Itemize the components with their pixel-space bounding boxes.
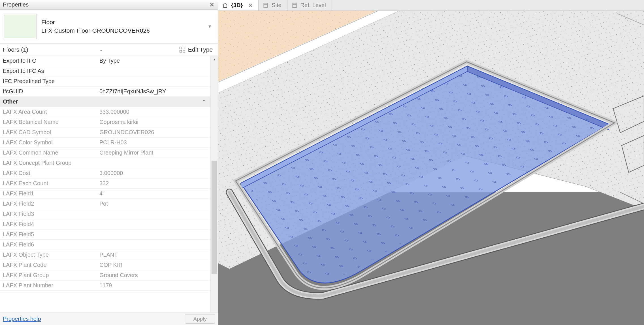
properties-titlebar[interactable]: Properties ✕: [0, 0, 218, 10]
property-value[interactable]: 333.000000: [98, 109, 210, 115]
property-value[interactable]: 1179: [98, 282, 210, 289]
property-label: LAFX Each Count: [0, 180, 98, 187]
property-value[interactable]: Ground Covers: [98, 272, 210, 278]
property-value[interactable]: 332: [98, 180, 210, 187]
properties-grid[interactable]: Export to IFCBy TypeExport to IFC AsIFC …: [0, 56, 210, 313]
property-label: LAFX Cost: [0, 170, 98, 176]
svg-rect-4: [264, 3, 267, 7]
property-value[interactable]: By Type: [98, 58, 210, 64]
property-label: LAFX Field6: [0, 241, 98, 248]
property-label: LAFX Plant Group: [0, 272, 98, 278]
property-row[interactable]: LAFX Plant GroupGround Covers: [0, 270, 210, 280]
property-value[interactable]: Pot: [98, 201, 210, 207]
type-selector-text: Floor LFX-Custom-Floor-GROUNDCOVER026: [41, 18, 206, 35]
properties-scrollbar[interactable]: ▴: [210, 56, 218, 313]
property-row[interactable]: LAFX Plant CodeCOP KIR: [0, 260, 210, 270]
selection-filter-dropdown[interactable]: Floors (1): [3, 46, 31, 53]
property-value[interactable]: COP KIR: [98, 262, 210, 268]
property-label: Export to IFC: [0, 58, 98, 64]
property-label: LAFX Field5: [0, 231, 98, 238]
properties-help-link[interactable]: Properties help: [3, 316, 41, 322]
view-tab[interactable]: Ref. Level: [287, 0, 332, 10]
property-row[interactable]: LAFX Each Count332: [0, 178, 210, 189]
svg-rect-0: [180, 47, 182, 49]
property-value[interactable]: 0nZZt7nIjEqxuNJsSw_jRY: [98, 88, 210, 95]
property-row[interactable]: IfcGUID0nZZt7nIjEqxuNJsSw_jRY: [0, 86, 210, 97]
view-tab[interactable]: {3D}✕: [218, 0, 259, 10]
property-row[interactable]: Export to IFC As: [0, 66, 210, 76]
property-section-other[interactable]: Other⌃: [0, 97, 210, 107]
close-icon[interactable]: ✕: [208, 1, 216, 9]
viewport-area: {3D}✕SiteRef. Level: [218, 0, 644, 325]
sheet-icon: [291, 2, 298, 9]
property-value[interactable]: 4": [98, 190, 210, 197]
apply-button[interactable]: Apply: [185, 315, 215, 324]
edit-type-button[interactable]: Edit Type: [177, 45, 215, 54]
property-value[interactable]: 3.000000: [98, 170, 210, 176]
viewport-3d[interactable]: [218, 11, 644, 325]
property-label: IfcGUID: [0, 88, 98, 95]
svg-rect-3: [183, 50, 185, 52]
property-row[interactable]: LAFX Field2Pot: [0, 199, 210, 209]
properties-body: Export to IFCBy TypeExport to IFC AsIFC …: [0, 56, 218, 313]
property-row[interactable]: LAFX Field5: [0, 229, 210, 240]
sheet-icon: [263, 2, 269, 9]
property-value[interactable]: PCLR-H03: [98, 139, 210, 146]
property-row[interactable]: LAFX Cost3.000000: [0, 168, 210, 178]
property-label: LAFX Field1: [0, 190, 98, 197]
chevron-down-icon[interactable]: ▾: [206, 23, 214, 29]
type-row: Floors (1) ⌄ Edit Type: [0, 43, 218, 56]
property-label: LAFX Plant Code: [0, 262, 98, 268]
tab-label: Ref. Level: [300, 2, 326, 9]
type-selector[interactable]: Floor LFX-Custom-Floor-GROUNDCOVER026 ▾: [0, 10, 218, 43]
property-row[interactable]: LAFX Botanical NameCoprosma kirkii: [0, 117, 210, 127]
property-row[interactable]: LAFX Plant Number1179: [0, 280, 210, 291]
property-label: LAFX Field2: [0, 201, 98, 207]
property-row[interactable]: LAFX Field14": [0, 189, 210, 199]
property-row[interactable]: LAFX Field4: [0, 219, 210, 229]
tab-label: {3D}: [231, 2, 243, 9]
edit-type-icon: [179, 46, 186, 53]
property-value[interactable]: PLANT: [98, 252, 210, 258]
scroll-up-icon[interactable]: ▴: [211, 56, 218, 63]
view-tabs: {3D}✕SiteRef. Level: [218, 0, 644, 11]
property-label: LAFX Color Symbol: [0, 139, 98, 146]
property-label: Export to IFC As: [0, 68, 98, 74]
property-label: LAFX Field4: [0, 221, 98, 227]
type-preview-swatch: [3, 14, 37, 39]
home-icon: [222, 2, 228, 9]
section-label: Other: [3, 98, 18, 105]
collapse-icon[interactable]: ⌃: [202, 99, 208, 104]
view-tab[interactable]: Site: [259, 0, 287, 10]
selection-filter-label: Floors (1): [3, 46, 28, 53]
svg-rect-1: [183, 47, 185, 49]
property-row[interactable]: Export to IFCBy Type: [0, 56, 210, 66]
close-icon[interactable]: ✕: [248, 2, 253, 9]
property-label: IFC Predefined Type: [0, 78, 98, 85]
properties-title: Properties: [3, 1, 29, 8]
edit-type-label: Edit Type: [188, 46, 213, 53]
property-row[interactable]: LAFX Field3: [0, 209, 210, 219]
properties-panel: Properties ✕ Floor LFX-Custom-Floor-GROU…: [0, 0, 218, 325]
family-type: LFX-Custom-Floor-GROUNDCOVER026: [41, 26, 206, 35]
chevron-down-icon[interactable]: ⌄: [99, 47, 103, 52]
property-row[interactable]: LAFX Common NameCreeping Mirror Plant: [0, 148, 210, 158]
property-row[interactable]: LAFX Object TypePLANT: [0, 250, 210, 260]
property-row[interactable]: LAFX Color SymbolPCLR-H03: [0, 138, 210, 148]
property-value[interactable]: Creeping Mirror Plant: [98, 149, 210, 156]
scroll-thumb[interactable]: [212, 161, 217, 274]
property-row[interactable]: LAFX Concept Plant Group: [0, 158, 210, 168]
family-category: Floor: [41, 18, 206, 26]
property-row[interactable]: LAFX Field6: [0, 240, 210, 250]
svg-rect-6: [293, 3, 296, 7]
property-label: LAFX Area Count: [0, 109, 98, 115]
property-value[interactable]: Coprosma kirkii: [98, 119, 210, 125]
app-root: Properties ✕ Floor LFX-Custom-Floor-GROU…: [0, 0, 644, 325]
svg-rect-2: [180, 50, 182, 52]
property-label: LAFX Object Type: [0, 252, 98, 258]
property-row[interactable]: LAFX Area Count333.000000: [0, 107, 210, 117]
property-value[interactable]: GROUNDCOVER026: [98, 129, 210, 136]
property-row[interactable]: IFC Predefined Type: [0, 76, 210, 86]
property-label: LAFX Plant Number: [0, 282, 98, 289]
property-row[interactable]: LAFX CAD SymbolGROUNDCOVER026: [0, 127, 210, 138]
